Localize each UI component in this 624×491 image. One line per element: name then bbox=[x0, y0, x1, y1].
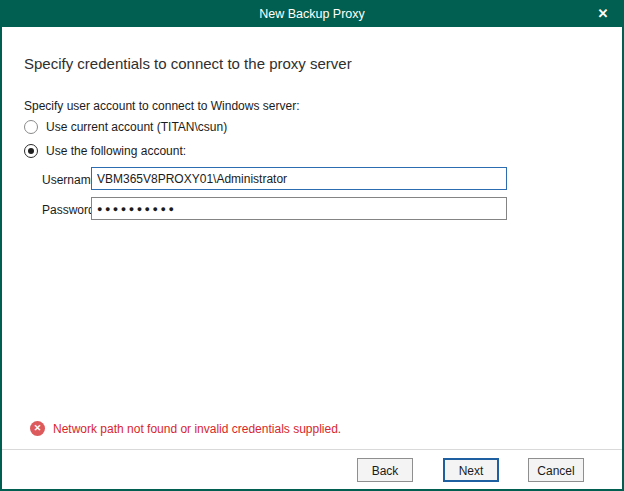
radio-current-account[interactable]: Use current account (TITAN\csun) bbox=[24, 120, 227, 134]
radio-unselected-icon[interactable] bbox=[24, 120, 38, 134]
new-backup-proxy-dialog: New Backup Proxy ✕ Specify credentials t… bbox=[0, 0, 624, 491]
next-button[interactable]: Next bbox=[443, 458, 499, 482]
error-banner: ✕ Network path not found or invalid cred… bbox=[30, 421, 341, 436]
close-button[interactable]: ✕ bbox=[582, 0, 624, 27]
cancel-button[interactable]: Cancel bbox=[528, 458, 584, 482]
back-button[interactable]: Back bbox=[357, 458, 413, 482]
account-section-label: Specify user account to connect to Windo… bbox=[24, 99, 299, 113]
footer-divider bbox=[2, 449, 622, 450]
radio-selected-icon[interactable] bbox=[24, 144, 38, 158]
page-title: Specify credentials to connect to the pr… bbox=[24, 55, 352, 72]
error-message: Network path not found or invalid creden… bbox=[53, 422, 341, 436]
radio-current-account-label: Use current account (TITAN\csun) bbox=[46, 120, 227, 134]
titlebar: New Backup Proxy ✕ bbox=[0, 0, 624, 27]
username-input[interactable] bbox=[91, 167, 507, 190]
window-title: New Backup Proxy bbox=[259, 7, 365, 21]
password-label: Password: bbox=[42, 203, 98, 217]
close-icon: ✕ bbox=[598, 7, 609, 20]
radio-following-account[interactable]: Use the following account: bbox=[24, 144, 186, 158]
password-input[interactable] bbox=[91, 197, 507, 220]
radio-following-account-label: Use the following account: bbox=[46, 144, 186, 158]
error-circle-x-icon: ✕ bbox=[30, 421, 45, 436]
